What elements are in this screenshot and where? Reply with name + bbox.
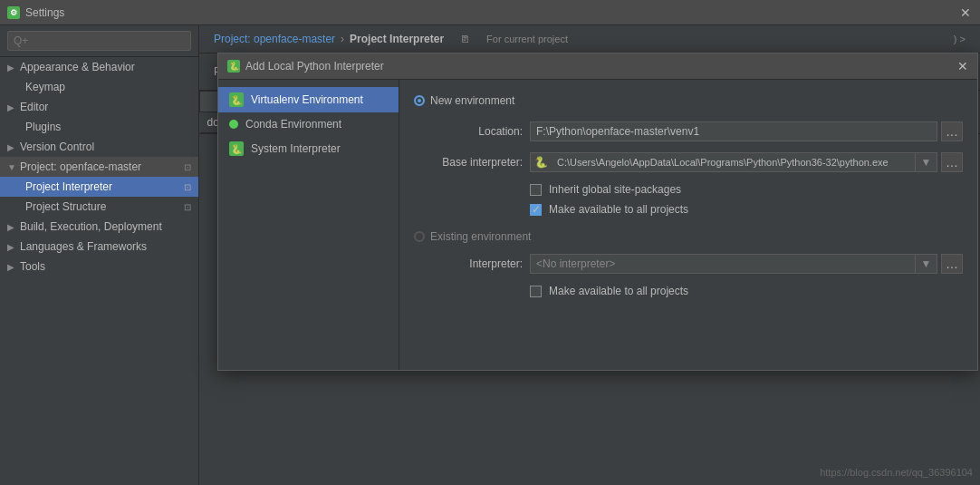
base-interpreter-label: Base interpreter: <box>414 156 523 169</box>
arrow-icon: ▶ <box>7 102 16 112</box>
breadcrumb-project-link[interactable]: Project: openface-master <box>214 33 335 45</box>
new-environment-radio[interactable]: New environment <box>414 94 514 107</box>
sidebar-item-label: Editor <box>20 101 48 113</box>
modal-title-bar: 🐍 Add Local Python Interpreter ✕ <box>218 53 977 80</box>
available-checkbox-row: ✓ Make available to all projects <box>414 203 963 216</box>
sidebar-item-label: Project Structure <box>25 200 106 213</box>
existing-env-radio-indicator <box>414 231 425 242</box>
modal-sidebar: 🐍 Virtualenv Environment Conda Environme… <box>218 80 399 370</box>
arrow-icon: ▶ <box>7 262 16 272</box>
existing-available-label: Make available to all projects <box>549 285 688 297</box>
location-row: Location: … <box>414 121 963 141</box>
existing-available-checkbox[interactable] <box>530 286 542 297</box>
system-label: System Interpreter <box>251 142 341 155</box>
modal-python-icon: 🐍 <box>227 60 240 73</box>
base-interpreter-browse-button[interactable]: … <box>941 152 963 172</box>
title-bar: ⚙ Settings ✕ <box>0 0 980 25</box>
base-interpreter-dropdown-button[interactable]: ▼ <box>915 153 937 171</box>
existing-interpreter-label: Interpreter: <box>414 257 523 270</box>
sidebar: ▶ Appearance & Behavior Keymap ▶ Editor … <box>0 25 199 485</box>
available-checkbox[interactable]: ✓ <box>530 204 542 216</box>
existing-available-checkbox-row: Make available to all projects <box>414 285 963 297</box>
right-panel: Project: openface-master › Project Inter… <box>199 25 980 485</box>
base-interpreter-value: C:\Users\Angelo\AppData\Local\Programs\P… <box>552 154 915 170</box>
arrow-icon: ▶ <box>7 222 16 232</box>
sidebar-item-label: Tools <box>20 260 45 273</box>
modal-content: New environment Location: … <box>399 80 977 370</box>
sidebar-item-label: Appearance & Behavior <box>20 61 135 73</box>
sidebar-item-version-control[interactable]: ▶ Version Control <box>0 137 198 157</box>
inherit-checkbox[interactable] <box>530 184 542 196</box>
sidebar-item-editor[interactable]: ▶ Editor <box>0 97 198 117</box>
existing-interpreter-browse-button[interactable]: … <box>941 254 963 274</box>
existing-environment-section: Existing environment Interpreter: <No in… <box>414 230 963 297</box>
project-structure-icon: ⊡ <box>184 202 191 212</box>
available-label: Make available to all projects <box>549 203 688 216</box>
system-icon: 🐍 <box>229 141 244 156</box>
settings-icon: ⚙ <box>7 6 20 19</box>
sidebar-item-label: Project Interpreter <box>25 180 112 193</box>
existing-environment-label: Existing environment <box>430 230 531 243</box>
project-icon: ⊡ <box>184 162 191 172</box>
modal-sidebar-virtualenv[interactable]: 🐍 Virtualenv Environment <box>218 87 399 112</box>
base-interpreter-select[interactable]: 🐍 C:\Users\Angelo\AppData\Local\Programs… <box>530 152 937 172</box>
window-title: Settings <box>25 6 64 19</box>
project-interpreter-icon: ⊡ <box>184 182 191 192</box>
existing-environment-radio[interactable]: Existing environment <box>414 230 963 243</box>
virtualenv-label: Virtualenv Environment <box>251 93 363 106</box>
location-browse-button[interactable]: … <box>941 121 963 141</box>
location-label: Location: <box>414 125 523 138</box>
breadcrumb-right-arrow: ) > <box>954 34 966 44</box>
base-interpreter-input-group: 🐍 C:\Users\Angelo\AppData\Local\Programs… <box>530 152 963 172</box>
sidebar-item-label: Plugins <box>25 121 61 133</box>
base-interpreter-row: Base interpreter: 🐍 C:\Users\Angelo\AppD… <box>414 152 963 172</box>
sidebar-item-tools[interactable]: ▶ Tools <box>0 257 198 276</box>
search-input[interactable] <box>7 31 191 51</box>
location-input[interactable] <box>530 121 937 141</box>
sidebar-item-project[interactable]: ▼ Project: openface-master ⊡ <box>0 157 198 177</box>
window-close-button[interactable]: ✕ <box>958 5 973 20</box>
title-bar-left: ⚙ Settings <box>7 6 64 19</box>
modal-title: Add Local Python Interpreter <box>245 60 384 73</box>
arrow-icon: ▼ <box>7 162 16 172</box>
existing-interpreter-row: Interpreter: <No interpreter> ▼ … <box>414 254 963 274</box>
existing-interpreter-dropdown-button[interactable]: ▼ <box>915 255 937 273</box>
new-env-radio-indicator <box>414 95 425 106</box>
modal-sidebar-conda[interactable]: Conda Environment <box>218 112 399 136</box>
sidebar-item-label: Keymap <box>25 81 65 93</box>
inherit-checkbox-row: Inherit global site-packages <box>414 183 963 196</box>
modal-sidebar-system[interactable]: 🐍 System Interpreter <box>218 136 399 161</box>
conda-icon <box>229 120 238 129</box>
sidebar-item-label: Languages & Frameworks <box>20 240 147 253</box>
sidebar-item-keymap[interactable]: Keymap <box>0 77 198 97</box>
main-content: ▶ Appearance & Behavior Keymap ▶ Editor … <box>0 25 980 485</box>
modal-title-left: 🐍 Add Local Python Interpreter <box>227 60 384 73</box>
sidebar-item-plugins[interactable]: Plugins <box>0 117 198 137</box>
for-current-project-label: For current project <box>486 34 568 44</box>
sidebar-item-label: Version Control <box>20 141 94 153</box>
no-interpreter-placeholder: <No interpreter> <box>531 255 915 273</box>
sidebar-item-build[interactable]: ▶ Build, Execution, Deployment <box>0 217 198 237</box>
modal-close-button[interactable]: ✕ <box>957 59 968 73</box>
new-environment-label: New environment <box>430 94 514 107</box>
location-input-group: … <box>530 121 963 141</box>
virtualenv-icon: 🐍 <box>229 92 244 107</box>
sidebar-item-label: Project: openface-master <box>20 160 141 173</box>
sidebar-item-project-interpreter[interactable]: Project Interpreter ⊡ <box>0 177 198 197</box>
existing-interpreter-input-group: <No interpreter> ▼ … <box>530 254 963 274</box>
radio-group: New environment <box>414 94 963 107</box>
sidebar-item-project-structure[interactable]: Project Structure ⊡ <box>0 197 198 217</box>
sidebar-item-languages[interactable]: ▶ Languages & Frameworks <box>0 237 198 257</box>
existing-interpreter-select[interactable]: <No interpreter> ▼ <box>530 254 937 274</box>
breadcrumb-current: Project Interpreter <box>350 33 444 45</box>
for-project-tag-icon: 🖹 <box>460 34 470 44</box>
sidebar-item-label: Build, Execution, Deployment <box>20 220 162 233</box>
base-interpreter-icon: 🐍 <box>531 156 552 169</box>
conda-label: Conda Environment <box>245 118 341 131</box>
arrow-icon: ▶ <box>7 242 16 252</box>
sidebar-item-appearance[interactable]: ▶ Appearance & Behavior <box>0 57 198 77</box>
arrow-icon: ▶ <box>7 63 16 73</box>
inherit-label: Inherit global site-packages <box>549 183 681 196</box>
settings-window: ⚙ Settings ✕ ▶ Appearance & Behavior Key… <box>0 0 980 485</box>
arrow-icon: ▶ <box>7 142 16 152</box>
